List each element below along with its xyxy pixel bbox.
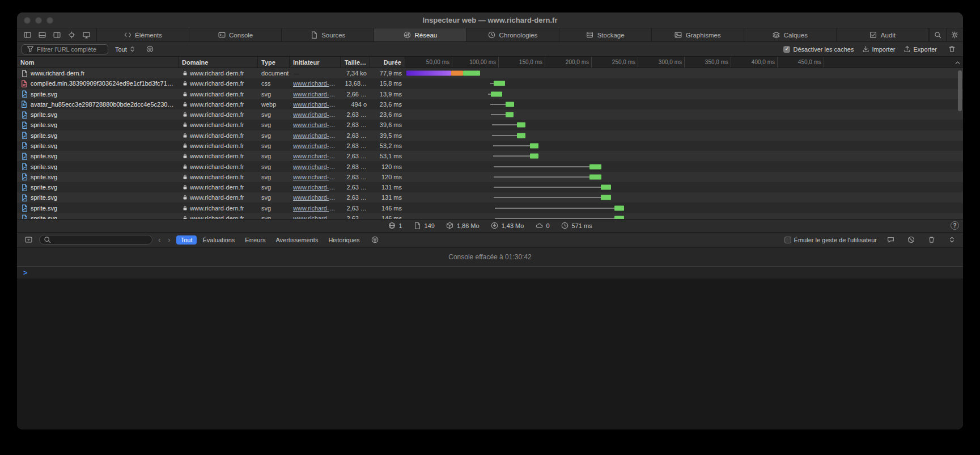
expand-icon <box>948 236 956 244</box>
search-button[interactable] <box>929 28 946 41</box>
table-row[interactable]: sprite.svgwww.richard-dern.frsvgwww.rich… <box>17 120 963 130</box>
resource-domain: www.richard-dern.fr <box>190 111 244 118</box>
status-item: 571 ms <box>561 222 592 230</box>
tab-elements[interactable]: Éléments <box>97 28 189 41</box>
console-tab-warnings[interactable]: Avertissements <box>271 235 323 245</box>
close-window-button[interactable] <box>24 17 31 24</box>
resource-domain: www.richard-dern.fr <box>190 91 244 98</box>
url-filter-input[interactable] <box>37 46 104 53</box>
settings-button[interactable] <box>946 28 963 41</box>
table-row[interactable]: sprite.svgwww.richard-dern.frsvgwww.rich… <box>17 130 963 141</box>
clear-network-button[interactable] <box>945 45 958 53</box>
waterfall-bar <box>405 192 963 203</box>
initiator-link[interactable]: www.richard-d… <box>293 205 337 212</box>
table-row[interactable]: sprite.svgwww.richard-dern.frsvgwww.rich… <box>17 172 963 182</box>
disable-caches-checkbox[interactable]: ✓ Désactiver les caches <box>783 46 854 53</box>
tab-console[interactable]: Console <box>189 28 282 41</box>
column-header-initiator[interactable]: Initiateur <box>290 57 341 68</box>
tabbar-right-controls <box>929 28 963 41</box>
tab-timelines[interactable]: Chronologies <box>466 28 559 41</box>
table-row[interactable]: sprite.svgwww.richard-dern.frsvgwww.rich… <box>17 161 963 171</box>
zoom-window-button[interactable] <box>46 17 53 24</box>
initiator-link[interactable]: www.richard-d… <box>293 111 337 118</box>
column-header-size[interactable]: Taille… <box>341 57 370 68</box>
export-button[interactable]: Exporter <box>903 45 937 53</box>
console-filter-options-button[interactable] <box>368 233 381 247</box>
console-tab-all[interactable]: Tout <box>176 235 197 245</box>
title-bar[interactable]: Inspecteur web — www.richard-dern.fr <box>17 12 963 28</box>
import-button[interactable]: Importer <box>862 45 895 53</box>
timeline-gridline <box>498 57 499 68</box>
tab-graphics[interactable]: Graphismes <box>652 28 744 41</box>
column-header-duration[interactable]: Durée <box>370 57 405 68</box>
table-row[interactable]: sprite.svgwww.richard-dern.frsvgwww.rich… <box>17 182 963 192</box>
resource-name: compiled.min.38390909f303624ed9e1cf1bd3f… <box>31 80 175 87</box>
vertical-scrollbar[interactable] <box>958 70 962 111</box>
initiator-link[interactable]: www.richard-d… <box>293 132 337 139</box>
console-drawer-button[interactable] <box>884 236 897 244</box>
table-row[interactable]: www.richard-dern.frwww.richard-dern.frdo… <box>17 68 963 78</box>
emulate-user-gesture-checkbox[interactable]: Émuler le geste de l'utilisateur <box>784 237 877 243</box>
initiator-link[interactable]: www.richard-d… <box>293 215 337 219</box>
initiator-link[interactable]: www.richard-d… <box>293 194 337 201</box>
layers-icon <box>773 31 780 39</box>
column-header-name[interactable]: Nom <box>17 57 179 68</box>
console-prompt-row[interactable]: > <box>17 267 963 279</box>
waterfall-bar <box>405 151 963 161</box>
table-row[interactable]: sprite.svgwww.richard-dern.frsvgwww.rich… <box>17 89 963 99</box>
initiator-link[interactable]: www.richard-d… <box>293 184 337 191</box>
filter-options-button[interactable] <box>143 42 157 56</box>
help-button[interactable]: ? <box>951 221 959 230</box>
resource-duration: 146 ms <box>381 205 402 212</box>
console-toolbar: ‹ › ToutÉvaluationsErreursAvertissements… <box>17 232 963 248</box>
previous-result-button[interactable]: ‹ <box>156 235 162 244</box>
initiator-link[interactable]: www.richard-d… <box>293 91 337 98</box>
table-row[interactable]: sprite.svgwww.richard-dern.frsvgwww.rich… <box>17 151 963 161</box>
initiator-link[interactable]: www.richard-d… <box>293 142 337 149</box>
tab-audit[interactable]: Audit <box>837 28 929 41</box>
console-tab-evaluations[interactable]: Évaluations <box>198 235 239 245</box>
initiator-link[interactable]: www.richard-d… <box>293 174 337 180</box>
resource-domain: www.richard-dern.fr <box>190 174 244 180</box>
url-filter-field[interactable] <box>22 44 108 54</box>
funnel-icon <box>26 45 34 53</box>
page-icon <box>414 222 422 230</box>
resource-domain: www.richard-dern.fr <box>190 70 244 77</box>
dock-bottom-icon <box>38 31 46 39</box>
table-row[interactable]: compiled.min.38390909f303624ed9e1cf1bd3f… <box>17 78 963 89</box>
table-row[interactable]: avatar_hu85ecc3e298728880b0bde2dcc4e5c23… <box>17 99 963 109</box>
trash-console-button[interactable] <box>924 236 938 244</box>
tab-sources[interactable]: Sources <box>282 28 374 41</box>
table-row[interactable]: sprite.svgwww.richard-dern.frsvgwww.rich… <box>17 213 963 219</box>
table-row[interactable]: sprite.svgwww.richard-dern.frsvgwww.rich… <box>17 203 963 213</box>
waterfall-segment-purple <box>406 71 451 76</box>
resource-size: 7,34 ko <box>346 70 367 77</box>
clear-console-button[interactable] <box>904 236 918 244</box>
table-row[interactable]: sprite.svgwww.richard-dern.frsvgwww.rich… <box>17 192 963 203</box>
initiator-link[interactable]: www.richard-d… <box>293 101 337 108</box>
minimize-window-button[interactable] <box>35 17 42 24</box>
tab-layers[interactable]: Calques <box>744 28 837 41</box>
resource-size: 2,63 … <box>347 142 367 149</box>
table-row[interactable]: sprite.svgwww.richard-dern.frsvgwww.rich… <box>17 141 963 151</box>
initiator-link[interactable]: www.richard-d… <box>293 121 337 128</box>
scroll-top-chevron-icon[interactable] <box>953 58 961 68</box>
console-filter-button[interactable] <box>22 233 35 247</box>
waterfall-segment-green <box>506 112 513 117</box>
resource-name: avatar_hu85ecc3e298728880b0bde2dcc4e5c23… <box>31 101 175 108</box>
expand-console-button[interactable] <box>945 236 958 244</box>
initiator-link[interactable]: www.richard-d… <box>293 153 337 159</box>
console-tab-errors[interactable]: Erreurs <box>240 235 270 245</box>
column-header-domain[interactable]: Domaine <box>179 57 258 68</box>
tab-storage[interactable]: Stockage <box>559 28 652 41</box>
next-result-button[interactable]: › <box>166 235 172 244</box>
initiator-link[interactable]: www.richard-d… <box>293 163 337 170</box>
table-row[interactable]: sprite.svgwww.richard-dern.frsvgwww.rich… <box>17 109 963 120</box>
resource-type-dropdown[interactable]: Tout <box>113 45 139 54</box>
initiator-link[interactable]: www.richard-d… <box>293 80 337 87</box>
tab-network[interactable]: Réseau <box>374 28 466 41</box>
console-search-input[interactable] <box>53 237 149 243</box>
console-search-field[interactable] <box>39 235 152 245</box>
console-tab-logs[interactable]: Historiques <box>324 235 364 245</box>
column-header-type[interactable]: Type <box>258 57 290 68</box>
